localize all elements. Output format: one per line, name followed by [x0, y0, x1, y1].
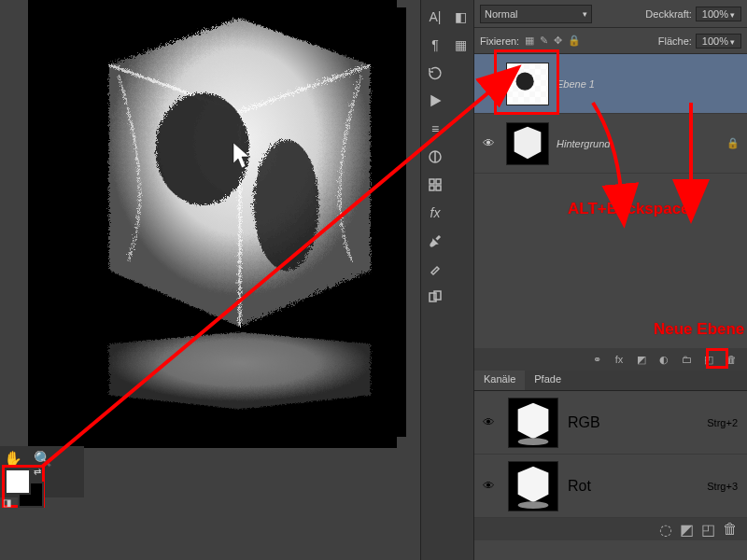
svg-point-16 [518, 501, 549, 509]
svg-rect-7 [436, 186, 441, 190]
lock-label: Fixieren: [480, 35, 519, 47]
visibility-toggle-icon[interactable]: 👁 [478, 136, 499, 150]
history-panel-icon[interactable] [424, 62, 446, 84]
actions-panel-icon[interactable] [424, 90, 446, 112]
lock-all-icon[interactable]: 🔒 [568, 35, 581, 47]
brush-settings-icon[interactable] [424, 230, 446, 252]
svg-rect-5 [436, 179, 441, 184]
adjustments-panel-icon[interactable] [424, 146, 446, 168]
fill-value[interactable]: 100%▾ [696, 34, 741, 49]
paragraph-panel-icon[interactable]: ¶ [424, 34, 446, 56]
layer-name[interactable]: Hintergrund [557, 138, 610, 149]
channel-name: RGB [568, 414, 600, 431]
fill-label: Fläche: [658, 35, 692, 47]
lock-pixels-icon[interactable]: ✎ [540, 35, 548, 47]
visibility-toggle-icon[interactable]: 👁 [478, 479, 499, 493]
lock-icon: 🔒 [726, 137, 740, 149]
properties-panel-icon[interactable]: ≡ [424, 118, 446, 140]
channel-name: Rot [568, 478, 591, 495]
layers-list: 👁 Ebene 1 👁 Hintergrund 🔒 [474, 54, 747, 174]
lock-transparency-icon[interactable]: ▦ [525, 35, 534, 47]
svg-point-11 [516, 72, 534, 90]
blend-mode-value: Normal [485, 8, 517, 20]
add-mask-icon[interactable]: ◩ [633, 351, 650, 368]
layer-name[interactable]: Ebene 1 [557, 78, 595, 90]
layer-row[interactable]: 👁 Hintergrund 🔒 [474, 114, 747, 174]
color-swatches[interactable]: ⇄ ◨ [3, 467, 44, 508]
clone-source-icon[interactable] [424, 286, 446, 308]
character-panel-icon[interactable]: A| [424, 6, 446, 28]
new-channel-icon[interactable]: ◰ [701, 521, 715, 539]
channels-tabs: Kanäle Pfade [474, 371, 747, 391]
layer-thumbnail[interactable] [506, 122, 549, 165]
channel-shortcut: Strg+3 [707, 481, 738, 492]
tab-paths[interactable]: Pfade [525, 371, 571, 390]
save-selection-icon[interactable]: ◩ [680, 521, 694, 539]
layer-row[interactable]: 👁 Ebene 1 [474, 54, 747, 114]
visibility-toggle-icon[interactable]: 👁 [478, 415, 499, 429]
lock-buttons: ▦ ✎ ✥ 🔒 [525, 35, 581, 47]
channels-panel: Kanäle Pfade 👁 RGB Strg+2 👁 Rot Strg+3 ◌… [474, 371, 747, 540]
panel-icon[interactable]: ▦ [449, 34, 472, 56]
tab-channels[interactable]: Kanäle [474, 371, 525, 390]
svg-point-2 [252, 138, 317, 269]
channel-thumbnail [508, 461, 558, 511]
new-group-icon[interactable]: 🗀 [678, 351, 695, 368]
default-colors-icon[interactable]: ◨ [3, 497, 11, 508]
adjustment-layer-icon[interactable]: ◐ [655, 351, 672, 368]
channels-footer: ◌ ◩ ◰ 🗑 [474, 518, 747, 540]
fx-panel-icon[interactable]: fx [424, 202, 446, 224]
channel-row[interactable]: 👁 RGB Strg+2 [474, 391, 747, 455]
svg-rect-4 [430, 179, 434, 184]
channel-shortcut: Strg+2 [707, 417, 738, 428]
delete-layer-icon[interactable]: 🗑 [723, 351, 740, 368]
dropdown-arrow-icon: ▾ [583, 9, 587, 19]
channel-row[interactable]: 👁 Rot Strg+3 [474, 455, 747, 518]
brushes-panel-icon[interactable] [424, 258, 446, 280]
svg-rect-6 [430, 186, 434, 190]
link-layers-icon[interactable]: ⚭ [588, 351, 605, 368]
document-canvas[interactable] [28, 0, 397, 448]
collapsed-panels-dock: A| ¶ ≡ fx ◧ ▦ [420, 0, 474, 560]
canvas-artwork [70, 7, 406, 437]
panel-icon[interactable]: ◧ [449, 6, 472, 28]
blend-mode-select[interactable]: Normal ▾ [480, 5, 592, 23]
layer-thumbnail[interactable] [506, 63, 549, 105]
layers-panel-footer: ⚭ fx ◩ ◐ 🗀 ◰ 🗑 [474, 348, 747, 371]
lock-position-icon[interactable]: ✥ [554, 35, 562, 47]
new-layer-icon[interactable]: ◰ [700, 351, 717, 368]
delete-channel-icon[interactable]: 🗑 [723, 521, 738, 538]
svg-point-14 [518, 438, 549, 445]
opacity-label: Deckkraft: [645, 8, 692, 20]
channel-thumbnail [508, 398, 558, 448]
foreground-color-swatch[interactable] [5, 469, 31, 495]
layer-options-row: Normal ▾ Deckkraft: 100%▾ [474, 0, 747, 28]
opacity-value[interactable]: 100%▾ [696, 7, 741, 21]
layer-lock-row: Fixieren: ▦ ✎ ✥ 🔒 Fläche: 100%▾ [474, 28, 747, 54]
visibility-toggle-icon[interactable]: 👁 [478, 77, 499, 91]
swap-colors-icon[interactable]: ⇄ [34, 467, 41, 477]
canvas-viewport[interactable]: ✋ 🔍 ⇄ ◨ [0, 0, 420, 560]
load-selection-icon[interactable]: ◌ [659, 521, 672, 539]
layer-fx-icon[interactable]: fx [611, 351, 627, 368]
styles-panel-icon[interactable] [424, 174, 446, 196]
